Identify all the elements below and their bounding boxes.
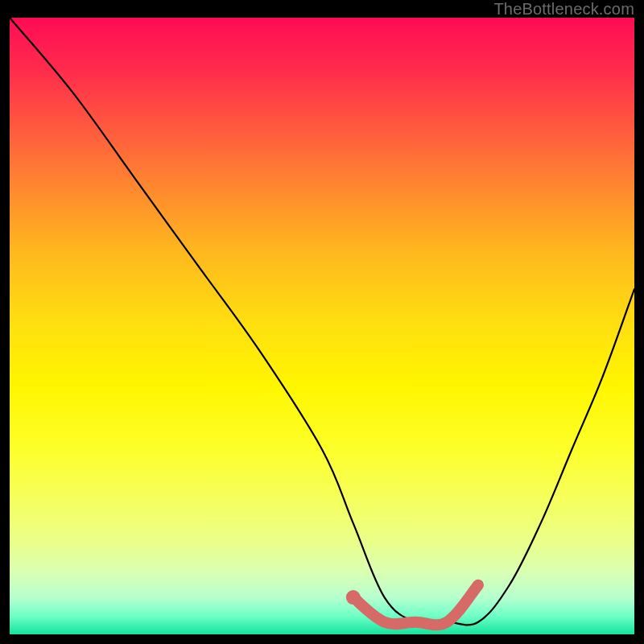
watermark-text: TheBottleneck.com — [493, 0, 634, 19]
bottleneck-curve-path — [10, 18, 634, 625]
optimal-range-path — [353, 585, 478, 625]
chart-svg — [10, 18, 634, 634]
optimal-start-dot — [346, 590, 361, 605]
plot-outer — [10, 18, 634, 634]
chart-frame: TheBottleneck.com — [0, 0, 644, 644]
